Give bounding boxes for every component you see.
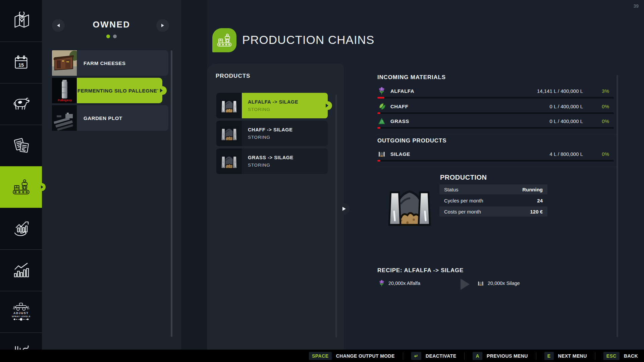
- map-icon: [12, 12, 30, 30]
- building-thumbnail: Pallegney: [52, 78, 77, 103]
- production-table: Status Running Cycles per month 24 Costs…: [439, 184, 547, 218]
- chevron-right-icon: [161, 24, 164, 27]
- key-space: SPACE: [309, 352, 332, 360]
- fill-level-value: [377, 160, 380, 162]
- material-percent: 0%: [592, 104, 609, 109]
- material-row-chaff: CHAFF 0 L / 400,000 L 0%: [377, 101, 614, 114]
- key-e: E: [544, 352, 554, 360]
- material-percent: 0%: [592, 151, 609, 157]
- farm-cheeses-thumb-icon: [52, 50, 77, 76]
- spray-text-2: SPRAY LEVELS: [12, 315, 31, 317]
- material-amount: 14,141 L / 400,000 L: [537, 88, 583, 94]
- material-row-silage: SILAGE 4 L / 800,000 L 0%: [377, 149, 614, 162]
- sidebar-item-production-chains[interactable]: [0, 166, 42, 208]
- divider: [377, 167, 616, 167]
- building-thumbnail: [52, 50, 77, 76]
- product-row-alfalfa-silage[interactable]: ALFALFA -> SILAGE STORING: [216, 93, 328, 118]
- alfalfa-icon: [377, 86, 386, 95]
- divider: [595, 352, 595, 360]
- product-row-chaff-silage[interactable]: CHAFF -> SILAGE STORING: [216, 121, 328, 146]
- expand-arrow-icon: [342, 207, 346, 211]
- sidebar-item-statistics[interactable]: [0, 249, 42, 291]
- silage-icon: [216, 121, 242, 146]
- building-label: FERMENTING SILO PALLEGNEY: [77, 78, 162, 103]
- sidebar-item-animals[interactable]: [0, 83, 42, 125]
- action-label: CHANGE OUTPUT MODE: [336, 353, 395, 359]
- silage-icon: [216, 93, 242, 118]
- building-row-garden-plot[interactable]: GARDEN PLOT: [52, 105, 170, 131]
- fill-level-bar: [377, 127, 614, 129]
- action-deactivate[interactable]: ↵ DEACTIVATE: [411, 352, 465, 360]
- sidebar-item-finances[interactable]: [0, 208, 42, 249]
- fill-level-value: [377, 112, 380, 114]
- page-header-badge: [212, 28, 236, 52]
- product-name: ALFALFA -> SILAGE: [248, 99, 328, 105]
- product-status: STORING: [248, 135, 328, 140]
- row-label: Costs per month: [444, 209, 481, 215]
- details-scrollbar[interactable]: [616, 75, 618, 337]
- calendar-icon: 15: [12, 53, 30, 71]
- sidebar-item-map[interactable]: [0, 0, 42, 42]
- products-scrollbar[interactable]: [335, 95, 337, 338]
- selected-arrow-icon: [160, 88, 163, 93]
- product-name: CHAFF -> SILAGE: [248, 127, 328, 132]
- page-dot[interactable]: [113, 35, 117, 38]
- sidebar-item-calendar[interactable]: 15: [0, 42, 42, 83]
- finances-icon: [12, 219, 31, 238]
- fill-level-bar: [377, 112, 614, 114]
- panel-expand-handle[interactable]: [338, 203, 350, 215]
- outgoing-products-title: OUTGOING PRODUCTS: [377, 137, 446, 144]
- recipe-input: 20,000x Alfalfa: [378, 280, 420, 287]
- action-label: DEACTIVATE: [426, 353, 456, 359]
- alfalfa-icon: [378, 280, 385, 287]
- material-percent: 3%: [592, 88, 609, 94]
- product-status: STORING: [248, 107, 328, 112]
- recipe-output-qty: 20,000x Silage: [488, 281, 520, 286]
- recipe-output: 20,000x Silage: [477, 280, 520, 287]
- silage-icon: [477, 280, 485, 287]
- divider: [377, 134, 616, 134]
- sidebar-item-adjust-spray-levels[interactable]: ADJUST SPRAY LEVELS: [0, 291, 42, 333]
- products-panel: PRODUCTS ALFALFA -> SILAGE STORING CHAFF…: [207, 64, 344, 350]
- building-label: GARDEN PLOT: [77, 105, 168, 131]
- statistics-icon: [12, 261, 31, 279]
- sidebar-item-contracts[interactable]: [0, 125, 42, 166]
- row-label: Status: [444, 187, 459, 192]
- action-next-menu[interactable]: E NEXT MENU: [544, 352, 595, 360]
- production-point-image: [386, 186, 433, 229]
- buildings-scrollbar[interactable]: [171, 50, 172, 337]
- details-panel: INCOMING MATERIALS ALFALFA 14,141 L / 40…: [377, 0, 621, 362]
- building-row-farm-cheeses[interactable]: FARM CHEESES: [52, 50, 170, 76]
- key-esc: ESC: [603, 352, 620, 360]
- divider: [403, 352, 403, 360]
- action-label: BACK: [624, 353, 638, 359]
- page-dot-active[interactable]: [106, 35, 110, 38]
- recipe-input-qty: 20,000x Alfalfa: [388, 281, 420, 286]
- product-row-grass-silage[interactable]: GRASS -> SILAGE STORING: [216, 148, 328, 174]
- action-change-output-mode[interactable]: SPACE CHANGE OUTPUT MODE: [309, 352, 403, 360]
- building-row-fermenting-silo[interactable]: Pallegney FERMENTING SILO PALLEGNEY: [52, 78, 170, 103]
- page-title: PRODUCTION CHAINS: [242, 33, 374, 47]
- production-chains-icon: [12, 178, 30, 196]
- material-name: GRASS: [390, 118, 409, 124]
- action-previous-menu[interactable]: A PREVIOUS MENU: [473, 352, 536, 360]
- row-value: Running: [522, 187, 543, 192]
- production-title: PRODUCTION: [440, 174, 487, 181]
- material-name: CHAFF: [390, 104, 408, 109]
- silage-icon: [377, 149, 386, 158]
- row-label: Cycles per month: [444, 198, 483, 203]
- material-amount: 0 L / 400,000 L: [549, 118, 583, 124]
- garden-plot-thumb-icon: [52, 105, 77, 131]
- divider: [464, 352, 465, 360]
- fill-level-value: [377, 97, 384, 99]
- fermenting-silo-thumb-icon: Pallegney: [52, 78, 77, 103]
- action-back[interactable]: ESC BACK: [603, 352, 639, 360]
- owned-panel: OWNED FARM CHEESES: [42, 0, 181, 362]
- table-row: Cycles per month 24: [439, 195, 547, 205]
- owned-next-button[interactable]: [156, 19, 169, 32]
- action-label: PREVIOUS MENU: [487, 353, 528, 359]
- recipe-arrow-icon: [461, 279, 470, 290]
- grass-icon: [377, 117, 386, 125]
- material-name: SILAGE: [390, 151, 410, 157]
- silage-icon: [216, 148, 242, 174]
